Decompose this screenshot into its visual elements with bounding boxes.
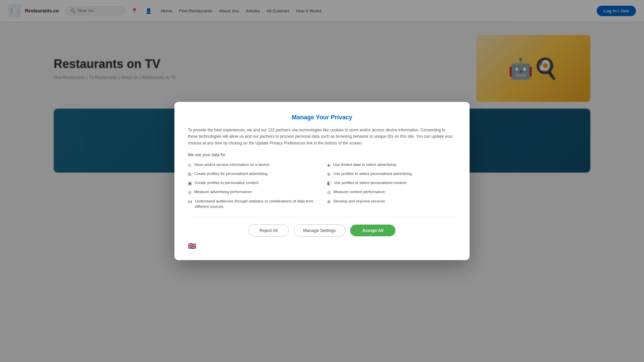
purpose-left-3: ◎ Measure advertising performance <box>188 189 317 195</box>
purpose-right-icon-4: ⊕ <box>327 199 331 205</box>
purpose-right-icon-1: ⊛ <box>327 171 331 177</box>
purpose-left-4: ⋈ Understand audiences through statistic… <box>188 198 317 209</box>
purpose-icon-3: ◎ <box>188 189 192 195</box>
flag-icon: 🇬🇧 <box>188 242 196 250</box>
modal-description: To provide the best experiences, we and … <box>188 127 456 146</box>
modal-overlay: Manage Your Privacy To provide the best … <box>0 0 644 362</box>
purpose-right-4: ⊕ Develop and improve services <box>327 198 456 209</box>
purpose-right-text-2: Use profiles to select personalised cont… <box>334 180 406 185</box>
purpose-right-icon-2: ◧ <box>327 180 331 186</box>
purpose-icon-2: ▣ <box>188 180 192 186</box>
purpose-right-1: ⊛ Use profiles to select personalised ad… <box>327 171 456 177</box>
purpose-right-text-1: Use profiles to select personalised adve… <box>333 171 412 176</box>
reject-all-button[interactable]: Reject All <box>249 224 289 237</box>
purpose-right-0: ◈ Use limited data to select advertising <box>327 162 456 168</box>
purpose-right-3: ◎ Measure content performance <box>327 189 456 195</box>
modal-actions: Reject All Manage Settings Accept All <box>188 224 456 237</box>
purpose-text-4: Understand audiences through statistics … <box>195 198 317 209</box>
purpose-icon-4: ⋈ <box>188 199 192 205</box>
manage-settings-button[interactable]: Manage Settings <box>293 224 346 237</box>
modal-title: Manage Your Privacy <box>188 114 456 121</box>
purpose-right-icon-3: ◎ <box>327 189 331 195</box>
purpose-left-2: ▣ Create profiles to personalise content <box>188 180 317 186</box>
accept-all-button[interactable]: Accept All <box>350 225 395 236</box>
purpose-right-icon-0: ◈ <box>327 162 330 168</box>
purpose-left-0: ⊙ Store and/or access information on a d… <box>188 162 317 168</box>
purpose-left-1: ⊞ Create profiles for personalised adver… <box>188 171 317 177</box>
purpose-right-text-3: Measure content performance <box>333 189 385 194</box>
purpose-text-1: Create profiles for personalised adverti… <box>194 171 268 176</box>
purpose-text-3: Measure advertising performance <box>194 189 252 194</box>
purpose-icon-1: ⊞ <box>188 171 192 177</box>
modal-section-label: We use your data for: <box>188 153 456 157</box>
purposes-grid: ⊙ Store and/or access information on a d… <box>188 162 456 209</box>
purpose-right-text-4: Develop and improve services <box>333 198 385 204</box>
modal-footer: 🇬🇧 <box>188 242 456 250</box>
purpose-right-text-0: Use limited data to select advertising <box>333 162 396 167</box>
purpose-text-0: Store and/or access information on a dev… <box>194 162 269 167</box>
purpose-icon-0: ⊙ <box>188 162 192 168</box>
purpose-text-2: Create profiles to personalise content <box>195 180 259 185</box>
purpose-right-2: ◧ Use profiles to select personalised co… <box>327 180 456 186</box>
privacy-modal: Manage Your Privacy To provide the best … <box>174 102 470 260</box>
modal-divider <box>188 217 456 218</box>
